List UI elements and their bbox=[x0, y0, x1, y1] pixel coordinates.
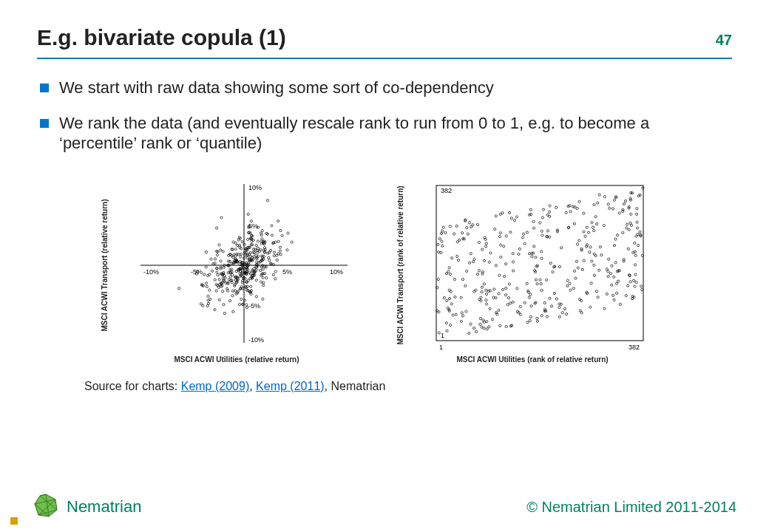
svg-point-349 bbox=[203, 273, 206, 276]
svg-point-451 bbox=[539, 279, 541, 281]
svg-point-458 bbox=[485, 299, 487, 301]
svg-point-622 bbox=[505, 287, 507, 290]
svg-point-487 bbox=[458, 239, 461, 241]
svg-point-222 bbox=[255, 245, 257, 247]
svg-point-371 bbox=[200, 303, 202, 305]
svg-point-725 bbox=[476, 273, 478, 276]
svg-point-763 bbox=[448, 289, 450, 291]
svg-point-776 bbox=[499, 244, 501, 246]
svg-point-707 bbox=[481, 291, 483, 293]
svg-point-495 bbox=[510, 217, 512, 219]
svg-point-83 bbox=[218, 244, 220, 246]
svg-text:5%: 5% bbox=[248, 222, 258, 230]
svg-point-510 bbox=[481, 286, 483, 288]
svg-point-189 bbox=[247, 214, 249, 216]
svg-point-682 bbox=[539, 222, 541, 224]
svg-point-566 bbox=[455, 313, 457, 316]
svg-point-432 bbox=[607, 276, 609, 278]
svg-point-270 bbox=[228, 300, 231, 302]
svg-point-745 bbox=[635, 282, 637, 284]
svg-point-536 bbox=[498, 274, 501, 276]
svg-text:10%: 10% bbox=[248, 184, 262, 191]
svg-point-346 bbox=[205, 251, 207, 253]
svg-point-200 bbox=[178, 287, 180, 290]
svg-point-716 bbox=[500, 256, 502, 259]
svg-point-626 bbox=[586, 226, 588, 228]
svg-point-607 bbox=[603, 196, 606, 198]
svg-point-499 bbox=[593, 274, 595, 276]
svg-point-103 bbox=[223, 313, 226, 315]
svg-point-669 bbox=[472, 261, 475, 263]
svg-point-372 bbox=[276, 259, 278, 262]
svg-point-597 bbox=[592, 226, 594, 228]
svg-point-666 bbox=[437, 243, 439, 245]
svg-point-479 bbox=[598, 269, 600, 271]
svg-point-179 bbox=[237, 290, 239, 293]
svg-point-718 bbox=[465, 310, 467, 313]
svg-point-722 bbox=[615, 292, 617, 294]
content: We start with raw data showing some sort… bbox=[37, 59, 732, 393]
svg-point-723 bbox=[438, 251, 440, 253]
svg-point-774 bbox=[630, 225, 632, 227]
svg-point-242 bbox=[205, 282, 207, 284]
svg-point-17 bbox=[256, 261, 258, 263]
svg-point-709 bbox=[494, 228, 496, 231]
bullet-text: We rank the data (and eventually rescale… bbox=[59, 114, 729, 153]
svg-point-580 bbox=[518, 248, 521, 250]
svg-point-348 bbox=[229, 276, 231, 278]
svg-point-42 bbox=[220, 249, 222, 251]
svg-point-772 bbox=[583, 259, 585, 262]
svg-point-659 bbox=[623, 260, 625, 262]
svg-point-614 bbox=[473, 290, 475, 293]
source-link-2[interactable]: Kemp (2011) bbox=[256, 380, 325, 392]
svg-text:-5%: -5% bbox=[191, 268, 203, 276]
svg-point-493 bbox=[501, 212, 504, 214]
svg-point-135 bbox=[234, 242, 237, 244]
svg-point-756 bbox=[504, 276, 506, 278]
svg-point-749 bbox=[573, 270, 575, 272]
svg-point-693 bbox=[505, 325, 507, 327]
svg-point-644 bbox=[529, 319, 531, 321]
svg-point-523 bbox=[475, 330, 478, 332]
svg-point-420 bbox=[569, 282, 571, 284]
svg-point-287 bbox=[261, 230, 263, 232]
svg-point-623 bbox=[640, 285, 643, 287]
svg-text:1: 1 bbox=[441, 332, 444, 339]
svg-point-256 bbox=[211, 270, 213, 272]
svg-point-45 bbox=[262, 298, 264, 300]
svg-point-721 bbox=[541, 250, 543, 253]
svg-point-729 bbox=[509, 302, 512, 304]
svg-point-657 bbox=[461, 279, 464, 281]
svg-point-386 bbox=[266, 200, 268, 202]
svg-point-460 bbox=[536, 320, 538, 322]
svg-point-584 bbox=[526, 231, 528, 233]
svg-point-673 bbox=[482, 319, 484, 321]
svg-point-482 bbox=[575, 260, 577, 262]
svg-point-675 bbox=[461, 312, 463, 314]
svg-text:1: 1 bbox=[439, 344, 443, 351]
svg-point-151 bbox=[214, 258, 216, 260]
svg-point-557 bbox=[515, 216, 518, 218]
svg-point-761 bbox=[623, 203, 625, 205]
svg-point-643 bbox=[528, 214, 530, 216]
svg-point-415 bbox=[460, 321, 462, 323]
svg-point-365 bbox=[217, 274, 219, 276]
svg-point-454 bbox=[634, 273, 637, 276]
svg-point-24 bbox=[207, 295, 209, 297]
svg-point-632 bbox=[561, 312, 563, 314]
svg-point-401 bbox=[504, 294, 507, 296]
svg-point-635 bbox=[598, 194, 600, 196]
svg-point-685 bbox=[524, 242, 526, 245]
source-link-1[interactable]: Kemp (2009) bbox=[181, 380, 250, 392]
svg-point-362 bbox=[255, 296, 257, 298]
svg-point-612 bbox=[593, 264, 595, 266]
bullet-item: We start with raw data showing some sort… bbox=[40, 78, 729, 98]
svg-point-38 bbox=[273, 251, 275, 253]
svg-point-341 bbox=[207, 299, 209, 301]
svg-point-323 bbox=[250, 285, 252, 287]
svg-point-592 bbox=[470, 226, 472, 228]
svg-point-667 bbox=[625, 295, 627, 297]
svg-point-20 bbox=[274, 278, 277, 280]
svg-point-775 bbox=[447, 270, 450, 273]
svg-point-524 bbox=[524, 301, 526, 304]
